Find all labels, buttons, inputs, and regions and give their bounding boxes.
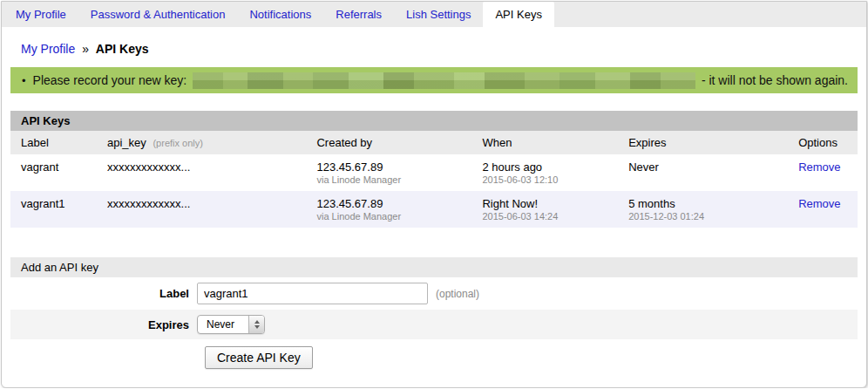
add-api-key-section-title: Add an API key xyxy=(10,257,858,277)
tab-password-authentication[interactable]: Password & Authentication xyxy=(78,2,238,27)
expires-field-label: Expires xyxy=(10,318,197,331)
cell-created-by: 123.45.67.89 via Linode Manager xyxy=(306,154,471,191)
notice-text-prefix: Please record your new key: xyxy=(33,73,187,87)
cell-expires: 5 months 2015-12-03 01:24 xyxy=(618,191,788,228)
tab-api-keys[interactable]: API Keys xyxy=(483,2,553,27)
label-field-row: Label (optional) xyxy=(10,277,858,310)
column-header-label: Label xyxy=(10,131,97,154)
breadcrumb: My Profile » API Keys xyxy=(21,42,866,56)
expires-relative: Never xyxy=(628,160,788,174)
label-field-label: Label xyxy=(10,287,197,300)
api-keys-section: API Keys Label api_key (prefix only) Cre… xyxy=(10,111,858,228)
created-by-via: via Linode Manager xyxy=(316,174,471,185)
label-optional-hint: (optional) xyxy=(436,288,479,300)
column-header-expires: Expires xyxy=(618,131,788,154)
table-header-row: Label api_key (prefix only) Created by W… xyxy=(10,131,858,154)
table-row: vagrant1 xxxxxxxxxxxxx... 123.45.67.89 v… xyxy=(10,191,858,228)
column-header-when: When xyxy=(471,131,618,154)
submit-row: Create API Key xyxy=(10,339,858,369)
when-date: 2015-06-03 14:24 xyxy=(482,211,618,222)
created-by-ip: 123.45.67.89 xyxy=(316,160,471,174)
select-stepper-icon xyxy=(248,315,264,334)
column-header-created-by: Created by xyxy=(306,131,471,154)
tab-my-profile[interactable]: My Profile xyxy=(3,2,78,27)
cell-label: vagrant xyxy=(10,154,97,191)
breadcrumb-separator: » xyxy=(82,42,89,56)
tab-notifications[interactable]: Notifications xyxy=(237,2,323,27)
cell-when: 2 hours ago 2015-06-03 12:10 xyxy=(471,154,618,191)
browser-content-window: My Profile Password & Authentication Not… xyxy=(1,1,867,388)
cell-api-key: xxxxxxxxxxxxx... xyxy=(97,191,306,228)
api-keys-table: Label api_key (prefix only) Created by W… xyxy=(10,131,858,228)
expires-field-row: Expires Never xyxy=(10,310,858,339)
label-input[interactable] xyxy=(197,283,428,304)
created-by-via: via Linode Manager xyxy=(316,211,471,222)
notice-text-suffix: - it will not be shown again. xyxy=(702,73,848,87)
remove-key-link[interactable]: Remove xyxy=(798,197,840,210)
when-relative: Right Now! xyxy=(482,197,618,210)
add-api-key-section: Add an API key Label (optional) Expires … xyxy=(10,257,858,369)
expires-date: 2015-12-03 01:24 xyxy=(628,211,788,222)
profile-tab-bar: My Profile Password & Authentication Not… xyxy=(2,2,866,27)
cell-when: Right Now! 2015-06-03 14:24 xyxy=(471,191,618,228)
remove-key-link[interactable]: Remove xyxy=(798,160,840,174)
redacted-api-key xyxy=(193,72,695,89)
cell-label: vagrant1 xyxy=(10,191,97,228)
expires-relative: 5 months xyxy=(628,197,788,210)
when-date: 2015-06-03 12:10 xyxy=(482,174,618,185)
table-row: vagrant xxxxxxxxxxxxx... 123.45.67.89 vi… xyxy=(10,154,858,191)
cell-created-by: 123.45.67.89 via Linode Manager xyxy=(306,191,471,228)
expires-select[interactable]: Never xyxy=(197,315,265,334)
cell-options: Remove xyxy=(788,191,858,228)
column-header-options: Options xyxy=(788,131,858,154)
when-relative: 2 hours ago xyxy=(482,160,618,174)
column-header-api-key: api_key (prefix only) xyxy=(97,131,306,154)
breadcrumb-current-page: API Keys xyxy=(96,42,149,56)
column-header-api-key-note: (prefix only) xyxy=(153,138,202,148)
created-by-ip: 123.45.67.89 xyxy=(316,197,471,210)
cell-api-key: xxxxxxxxxxxxx... xyxy=(97,154,306,191)
tab-referrals[interactable]: Referrals xyxy=(323,2,394,27)
breadcrumb-my-profile-link[interactable]: My Profile xyxy=(21,42,75,56)
api-keys-section-title: API Keys xyxy=(10,111,858,131)
notice-bullet: • xyxy=(22,74,26,87)
tab-lish-settings[interactable]: Lish Settings xyxy=(394,2,483,27)
column-header-api-key-text: api_key xyxy=(107,136,146,149)
cell-options: Remove xyxy=(788,154,858,191)
create-api-key-button[interactable]: Create API Key xyxy=(205,346,313,369)
new-key-notice: • Please record your new key: - it will … xyxy=(10,67,858,93)
cell-expires: Never xyxy=(618,154,788,191)
expires-select-value: Never xyxy=(198,318,248,331)
